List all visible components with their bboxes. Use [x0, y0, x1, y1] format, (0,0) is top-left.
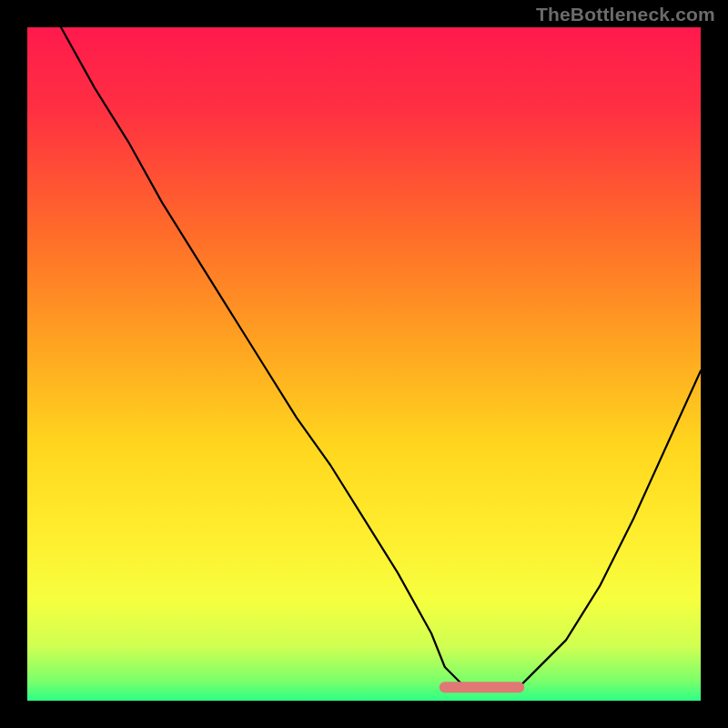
bottleneck-chart	[0, 0, 728, 728]
chart-frame: TheBottleneck.com	[0, 0, 728, 728]
gradient-background	[27, 27, 701, 701]
watermark-label: TheBottleneck.com	[536, 4, 715, 25]
